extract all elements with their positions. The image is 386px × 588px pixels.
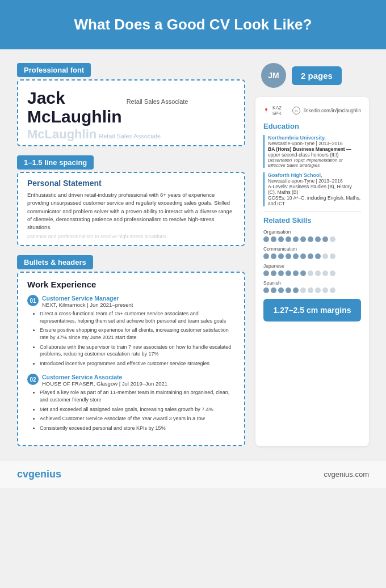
skill-dots-1 [263, 253, 361, 259]
header-bar: What Does a Good CV Look Like? [0, 0, 386, 49]
edu-school-2: Gosforth High School, [268, 172, 361, 178]
edu-entry-1: Northumbria University, Newcastle-upon-T… [263, 135, 361, 168]
footer: cvgenius cvgenius.com [0, 460, 386, 488]
professional-font-section: Professional font JackMcLaughlin Retail … [17, 63, 245, 146]
name-card: JackMcLaughlin Retail Sales Associate Mc… [17, 79, 245, 146]
edu-degree-1: BA (Hons) Business Management — upper se… [268, 146, 361, 158]
job-bullets-1: Direct a cross-functional team of 15+ cu… [27, 310, 235, 367]
dot [308, 287, 313, 293]
personal-statement-text: Enthusiastic and driven retail-industry … [27, 191, 235, 231]
dot [286, 236, 291, 242]
bullet-1-2: Ensure positive shopping experience for … [40, 327, 235, 341]
edu-entry-2: Gosforth High School, Newcastle-upon-Tyn… [263, 172, 361, 206]
dot [286, 270, 291, 276]
dot [293, 236, 299, 242]
job-number-2: 02 [27, 374, 39, 385]
dot [271, 287, 276, 293]
skills-heading: Related Skills [263, 216, 361, 225]
contact-row: 📍 KA2 5PK in linkedin.com/in/jmclaughlin [263, 105, 361, 116]
dot [263, 236, 269, 242]
ghost-text: patience and professionalism to resolve … [27, 234, 235, 239]
dot [322, 287, 328, 293]
dot [315, 287, 321, 293]
dot [300, 270, 306, 276]
edu-dissertation-1: Dissertation Topic: Implementation of Ef… [268, 158, 361, 168]
avatar: JM [261, 63, 286, 88]
work-experience-card: Work Experience 01 Customer Service Mana… [17, 272, 245, 446]
main-content: Professional font JackMcLaughlin Retail … [0, 49, 386, 460]
skill-dots-0 [263, 236, 361, 242]
personal-statement-card: Personal Statement Enthusiastic and driv… [17, 172, 245, 246]
bullet-1-1: Direct a cross-functional team of 15+ cu… [40, 310, 235, 324]
skills-section: Organisation Communication [263, 229, 361, 293]
right-panel: JM 2 pages 📍 KA2 5PK in linkedin.com/in/… [255, 63, 369, 446]
job-header-1: 01 Customer Service Manager NEXT, Kilmar… [27, 295, 235, 308]
dot [330, 253, 335, 259]
dot [263, 253, 269, 259]
dot [308, 270, 313, 276]
page-title: What Does a Good CV Look Like? [11, 16, 375, 33]
dot [330, 270, 335, 276]
dot [322, 270, 328, 276]
dot [308, 236, 313, 242]
dot [286, 287, 291, 293]
dot [263, 270, 269, 276]
dot [300, 236, 306, 242]
logo-orange: cv [17, 468, 28, 480]
cv-ghost-title: Retail Sales Associate [99, 133, 161, 139]
dot [293, 270, 299, 276]
dot [278, 236, 284, 242]
cv-name-ghost: McLaughlin [27, 128, 96, 141]
skill-label-0: Organisation [263, 229, 361, 235]
edu-alevels: A-Levels: Business Studies (B), History … [268, 184, 361, 195]
dot [271, 270, 276, 276]
personal-statement-title: Personal Statement [27, 179, 235, 188]
dot [263, 287, 269, 293]
work-experience-title: Work Experience [27, 280, 235, 289]
dot [293, 253, 299, 259]
job-bullets-2: Played a key role as part of an 11-membe… [27, 389, 235, 432]
skill-dots-3 [263, 287, 361, 293]
footer-url: cvgenius.com [324, 470, 369, 479]
skill-dots-2 [263, 270, 361, 276]
dot [322, 253, 328, 259]
cv-job-title: Retail Sales Associate [127, 98, 188, 105]
job-company-2: HOUSE OF FRASER, Glasgow | Jul 2019–Jun … [42, 380, 167, 387]
margins-badge: 1.27–2.5 cm margins [263, 299, 361, 322]
cv-name-jack: JackMcLaughlin [27, 88, 122, 126]
contact-linkedin: linkedin.com/in/jmclaughlin [304, 108, 361, 113]
dot [286, 253, 291, 259]
bullets-headers-label: Bullets & headers [17, 255, 93, 269]
line-spacing-label: 1–1.5 line spacing [17, 155, 94, 170]
skill-label-3: Spanish [263, 280, 361, 286]
bullet-2-4: Consistently exceeded personal and store… [40, 425, 235, 432]
page-wrapper: What Does a Good CV Look Like? Professio… [0, 0, 386, 488]
dot [315, 236, 321, 242]
bullet-1-3: Collaborate with the supervisor to train… [40, 344, 235, 358]
professional-font-label: Professional font [17, 63, 91, 77]
left-panel: Professional font JackMcLaughlin Retail … [17, 63, 245, 446]
logo-blue: genius [28, 468, 61, 480]
dot [322, 236, 328, 242]
divider-1 [263, 211, 361, 211]
job-title-1: Customer Service Manager [42, 295, 133, 302]
skill-label-1: Communication [263, 246, 361, 252]
footer-logo: cvgenius [17, 468, 61, 480]
dot [330, 236, 335, 242]
dot [271, 253, 276, 259]
job-number-1: 01 [27, 295, 39, 306]
education-heading: Education [263, 122, 361, 130]
skill-label-2: Japanese [263, 263, 361, 269]
bullet-1-4: Introduced incentive programmes and effe… [40, 360, 235, 367]
pages-badge: 2 pages [292, 66, 342, 85]
linkedin-icon: in [292, 107, 300, 115]
job-header-2: 02 Customer Service Associate HOUSE OF F… [27, 374, 235, 387]
avatar-pages-row: JM 2 pages [255, 63, 369, 88]
dot [308, 253, 313, 259]
dot [278, 287, 284, 293]
dot [293, 287, 299, 293]
bullet-2-3: Achieved Customer Service Associate of t… [40, 415, 235, 422]
dot [278, 253, 284, 259]
job-company-1: NEXT, Kilmarnock | Jun 2021–present [42, 302, 133, 308]
dot [271, 236, 276, 242]
